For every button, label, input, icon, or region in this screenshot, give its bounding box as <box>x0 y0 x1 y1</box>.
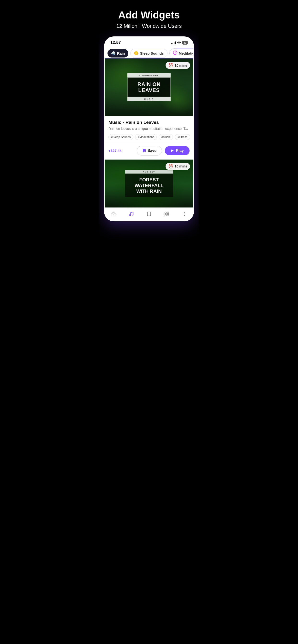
tag-meditations[interactable]: #Meditations <box>135 134 157 140</box>
forest-title: FORESTWATERFALLWITH RAIN <box>127 176 171 194</box>
nav-home[interactable] <box>107 210 120 218</box>
card-title-1: Music - Rain on Leaves <box>108 120 190 125</box>
save-button-1[interactable]: Save <box>137 146 162 156</box>
duration-badge-1: ⏰ 10 mins <box>166 62 190 69</box>
grid-icon <box>164 211 169 216</box>
svg-point-1 <box>129 215 131 216</box>
forest-album-type: AMBIENT <box>125 170 173 174</box>
play-icon <box>171 149 174 152</box>
sleep-sounds-tab-label: Sleep Sounds <box>140 51 164 55</box>
meditations-tab-label: Meditations <box>179 51 193 55</box>
bottom-nav <box>105 208 193 221</box>
album-title: RAIN ONLEAVES <box>130 81 168 94</box>
play-button-1[interactable]: Play <box>165 146 190 155</box>
clock-icon-2: ⏰ <box>169 164 173 169</box>
duration-text-1: 10 mins <box>175 64 187 67</box>
battery-level: 37 <box>184 41 186 44</box>
clock-icon: ⏰ <box>169 63 173 68</box>
status-bar: 12:57 37 <box>105 37 193 46</box>
album-title-block: RAIN ONLEAVES <box>127 78 171 97</box>
svg-rect-3 <box>165 212 166 214</box>
album-art-2: AMBIENT FORESTWATERFALLWITH RAIN <box>125 170 173 197</box>
svg-point-7 <box>184 212 185 213</box>
wifi-icon <box>177 41 181 44</box>
svg-point-8 <box>184 214 185 214</box>
battery-icon: 37 <box>182 41 188 44</box>
svg-point-2 <box>132 214 133 216</box>
tag-sleep-sounds[interactable]: #Sleep Sounds <box>108 134 133 140</box>
nav-grid[interactable] <box>160 210 173 218</box>
svg-rect-4 <box>167 212 169 214</box>
status-icons: 37 <box>171 41 188 44</box>
rain-tab-label: Rain <box>117 51 125 55</box>
meditations-tab-icon <box>173 50 177 56</box>
signal-bars-icon <box>171 41 176 44</box>
card-image-2[interactable]: AMBIENT FORESTWATERFALLWITH RAIN ⏰ 10 mi… <box>105 160 193 208</box>
nav-music[interactable] <box>125 210 138 218</box>
save-label: Save <box>147 148 157 153</box>
album-art-1: SOUNDSCAPE RAIN ONLEAVES MUSIC <box>127 73 171 101</box>
tab-bar: 🌧️ Rain 😊 Sleep Sounds Meditations <box>105 46 193 58</box>
tag-music[interactable]: #Music <box>159 134 173 140</box>
card-footer-1: +327.4k Save Play <box>105 143 193 159</box>
svg-rect-5 <box>165 214 166 216</box>
content-card-1: SOUNDSCAPE RAIN ONLEAVES MUSIC ⏰ 10 mins… <box>105 58 193 160</box>
page-title: Add Widgets <box>104 10 194 20</box>
svg-rect-6 <box>167 214 169 216</box>
tab-sleep-sounds[interactable]: 😊 Sleep Sounds <box>130 49 168 58</box>
more-icon <box>182 211 187 216</box>
content-card-2: AMBIENT FORESTWATERFALLWITH RAIN ⏰ 10 mi… <box>105 160 193 208</box>
card-body-1: Music - Rain on Leaves Rain on leaves is… <box>105 116 193 143</box>
nav-more[interactable] <box>178 210 191 218</box>
play-label: Play <box>176 148 184 153</box>
bookmark-icon <box>142 149 146 152</box>
sleep-sounds-tab-icon: 😊 <box>134 51 139 56</box>
album-type-label: SOUNDSCAPE <box>127 73 171 78</box>
home-icon <box>111 211 116 216</box>
album-subtype-label: MUSIC <box>127 97 171 101</box>
bookmark-nav-icon <box>146 211 152 216</box>
phone-frame: 12:57 37 🌧️ Rain <box>104 36 194 222</box>
card-description-1: Rain on leaves is a unique meditation ex… <box>108 126 190 131</box>
rain-tab-icon: 🌧️ <box>111 51 116 56</box>
tab-meditations[interactable]: Meditations <box>169 48 193 58</box>
page-header: Add Widgets 12 Millon+ Worldwide Users <box>99 0 199 36</box>
duration-badge-2: ⏰ 10 mins <box>166 163 190 170</box>
status-time: 12:57 <box>110 40 121 45</box>
tag-stress[interactable]: #Stress <box>175 134 190 140</box>
duration-text-2: 10 mins <box>175 164 187 168</box>
card-image-1[interactable]: SOUNDSCAPE RAIN ONLEAVES MUSIC ⏰ 10 mins <box>105 58 193 116</box>
page-subtitle: 12 Millon+ Worldwide Users <box>104 23 194 29</box>
svg-point-9 <box>184 215 185 216</box>
forest-title-block: FORESTWATERFALLWITH RAIN <box>125 174 173 197</box>
music-icon <box>129 211 134 216</box>
tab-rain[interactable]: 🌧️ Rain <box>107 49 128 58</box>
save-count-1: +327.4k <box>108 148 122 152</box>
nav-bookmark[interactable] <box>142 210 156 218</box>
tags-row-1: #Sleep Sounds #Meditations #Music #Stres… <box>108 134 190 140</box>
